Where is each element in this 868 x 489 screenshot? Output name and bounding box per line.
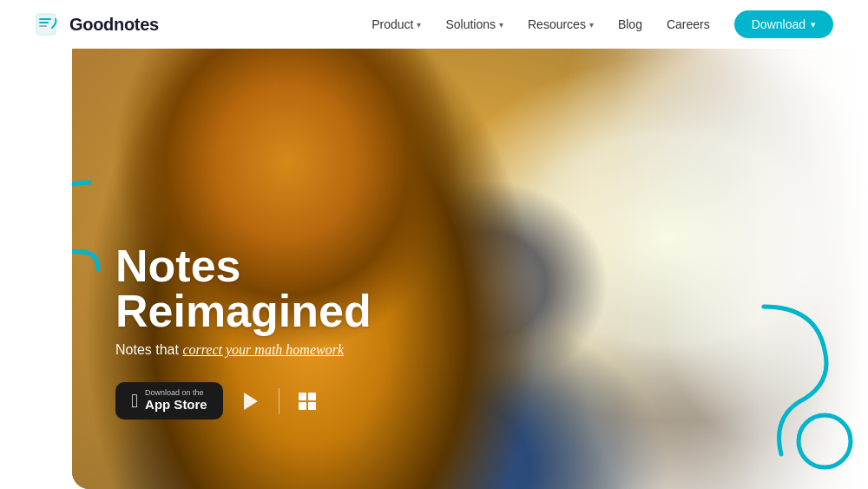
windows-button[interactable] bbox=[292, 386, 323, 417]
nav-links: Product ▾ Solutions ▾ Resources ▾ Blog C… bbox=[372, 10, 833, 38]
navbar: Goodnotes Product ▾ Solutions ▾ Resource… bbox=[0, 0, 868, 49]
google-play-button[interactable] bbox=[235, 386, 266, 417]
hero-download-buttons:  Download on the App Store bbox=[115, 382, 372, 420]
nav-solutions[interactable]: Solutions ▾ bbox=[445, 17, 503, 31]
apple-icon:  bbox=[131, 392, 138, 411]
divider bbox=[279, 388, 279, 414]
windows-icon bbox=[299, 393, 316, 410]
nav-careers[interactable]: Careers bbox=[667, 17, 710, 31]
svg-point-1 bbox=[799, 415, 851, 467]
logo-icon bbox=[35, 12, 62, 36]
svg-rect-0 bbox=[36, 14, 56, 35]
logo-text: Goodnotes bbox=[69, 15, 159, 35]
hero-section: Notes Reimagined Notes that correct your… bbox=[72, 35, 868, 489]
hero-subtitle: Notes that correct your math homework bbox=[115, 342, 372, 358]
nav-product[interactable]: Product ▾ bbox=[372, 17, 421, 31]
chevron-down-icon: ▾ bbox=[589, 20, 594, 30]
chevron-down-icon: ▾ bbox=[499, 20, 503, 30]
hero-title: Notes Reimagined bbox=[115, 243, 372, 334]
svg-marker-2 bbox=[244, 393, 258, 410]
hero-content: Notes Reimagined Notes that correct your… bbox=[115, 243, 372, 420]
play-icon bbox=[239, 389, 263, 413]
deco-swirl-right bbox=[746, 298, 859, 472]
nav-resources[interactable]: Resources ▾ bbox=[528, 17, 594, 31]
chevron-down-icon: ▾ bbox=[417, 20, 421, 30]
chevron-down-icon: ▾ bbox=[811, 19, 816, 30]
nav-blog[interactable]: Blog bbox=[618, 17, 642, 31]
deco-swirl-left bbox=[72, 174, 107, 278]
logo[interactable]: Goodnotes bbox=[35, 12, 159, 36]
download-button[interactable]: Download ▾ bbox=[734, 10, 833, 38]
app-store-button[interactable]:  Download on the App Store bbox=[115, 382, 223, 420]
app-store-text: Download on the App Store bbox=[145, 389, 207, 413]
